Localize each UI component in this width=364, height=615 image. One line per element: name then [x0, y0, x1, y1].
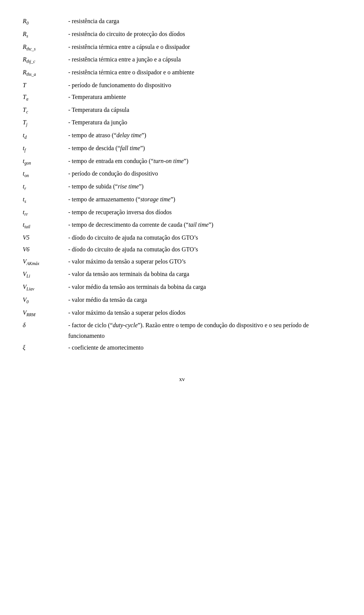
table-row: ton- período de condução do dispositivo — [23, 168, 341, 180]
description-cell: - valor máximo da tensão a superar pelos… — [68, 256, 341, 268]
table-row: VLi- valor da tensão aos terminais da bo… — [23, 268, 341, 281]
description-cell: - tempo de armazenamento (“storage time”… — [68, 193, 341, 206]
symbol-cell: VLiav — [23, 281, 68, 294]
page-number: xv — [23, 376, 341, 383]
symbol-cell: Ta — [23, 91, 68, 104]
table-row: tgon- tempo de entrada em condução (“tur… — [23, 155, 341, 168]
symbol-cell: V0 — [23, 294, 68, 307]
description-cell: - tempo de recuperação inversa dos díodo… — [68, 206, 341, 219]
description-cell: - período de funcionamento do dispositiv… — [68, 79, 341, 91]
table-row: ts- tempo de armazenamento (“storage tim… — [23, 193, 341, 206]
symbol-cell: T — [23, 79, 68, 91]
symbol-cell: R0 — [23, 15, 68, 28]
description-cell: - tempo de subida (“rise time”) — [68, 180, 341, 193]
description-cell: - resistência do circuito de protecção d… — [68, 28, 341, 41]
table-row: V6- díodo do circuito de ajuda na comuta… — [23, 243, 341, 255]
table-row: Tc- Temperatura da cápsula — [23, 104, 341, 117]
table-row: tf- tempo de descida (“fall time”) — [23, 142, 341, 155]
symbol-cell: trr — [23, 206, 68, 219]
symbol-cell: td — [23, 129, 68, 142]
symbol-cell: ttail — [23, 219, 68, 232]
table-row: T- período de funcionamento do dispositi… — [23, 79, 341, 91]
symbol-cell: Rthj_c — [23, 53, 68, 66]
symbol-cell: tf — [23, 142, 68, 155]
table-row: Tj- Temperatura da junção — [23, 116, 341, 129]
table-row: ξ- coeficiente de amortecimento — [23, 342, 341, 353]
table-row: Rthc_s- resistência térmica entre a cáps… — [23, 41, 341, 54]
table-row: V0- valor médio da tensão da carga — [23, 294, 341, 307]
description-cell: - Temperatura ambiente — [68, 91, 341, 104]
table-row: Ta- Temperatura ambiente — [23, 91, 341, 104]
symbol-cell: ton — [23, 168, 68, 180]
description-cell: - tempo de decrescimento da corrente de … — [68, 219, 341, 232]
symbol-cell: VLi — [23, 268, 68, 281]
symbol-cell: Tc — [23, 104, 68, 117]
symbol-cell: tgon — [23, 155, 68, 168]
symbol-table: R0- resistência da cargaRs- resistência … — [23, 15, 341, 353]
table-row: Rthj_c- resistência térmica entre a junç… — [23, 53, 341, 66]
table-row: Rths_a- resistência térmica entre o diss… — [23, 66, 341, 79]
description-cell: - factor de ciclo (“duty-cycle”). Razão … — [68, 319, 341, 341]
symbol-cell: ξ — [23, 342, 68, 353]
table-row: tr- tempo de subida (“rise time”) — [23, 180, 341, 193]
symbol-cell: Rths_a — [23, 66, 68, 79]
table-row: VRRM- valor máximo da tensão a superar p… — [23, 307, 341, 320]
symbol-cell: ts — [23, 193, 68, 206]
table-row: δ- factor de ciclo (“duty-cycle”). Razão… — [23, 319, 341, 341]
description-cell: - tempo de atraso (“delay time”) — [68, 129, 341, 142]
description-cell: - período de condução do dispositivo — [68, 168, 341, 180]
description-cell: - tempo de descida (“fall time”) — [68, 142, 341, 155]
table-row: VLiav- valor médio da tensão aos termina… — [23, 281, 341, 294]
description-cell: - Temperatura da junção — [68, 116, 341, 129]
table-row: R0- resistência da carga — [23, 15, 341, 28]
description-cell: - resistência da carga — [68, 15, 341, 28]
description-cell: - resistência térmica entre a cápsula e … — [68, 41, 341, 54]
table-row: Rs- resistência do circuito de protecção… — [23, 28, 341, 41]
symbol-cell: δ — [23, 319, 68, 341]
symbol-cell: VRRM — [23, 307, 68, 320]
description-cell: - valor máximo da tensão a superar pelos… — [68, 307, 341, 320]
symbol-cell: V5 — [23, 232, 68, 243]
symbol-cell: Rs — [23, 28, 68, 41]
description-cell: - resistência térmica entre o dissipador… — [68, 66, 341, 79]
description-cell: - coeficiente de amortecimento — [68, 342, 341, 353]
description-cell: - Temperatura da cápsula — [68, 104, 341, 117]
symbol-cell: Tj — [23, 116, 68, 129]
symbol-cell: VAKmáx — [23, 256, 68, 268]
table-row: ttail- tempo de decrescimento da corrent… — [23, 219, 341, 232]
description-cell: - valor médio da tensão da carga — [68, 294, 341, 307]
description-cell: - valor médio da tensão aos terminais da… — [68, 281, 341, 294]
description-cell: - tempo de entrada em condução (“turn-on… — [68, 155, 341, 168]
table-row: VAKmáx- valor máximo da tensão a superar… — [23, 256, 341, 268]
description-cell: - valor da tensão aos terminais da bobin… — [68, 268, 341, 281]
table-row: td- tempo de atraso (“delay time”) — [23, 129, 341, 142]
description-cell: - díodo do circuito de ajuda na comutaçã… — [68, 243, 341, 255]
table-row: V5- díodo do circuito de ajuda na comuta… — [23, 232, 341, 243]
symbol-cell: tr — [23, 180, 68, 193]
description-cell: - resistência térmica entre a junção e a… — [68, 53, 341, 66]
description-cell: - díodo do circuito de ajuda na comutaçã… — [68, 232, 341, 243]
symbol-cell: V6 — [23, 243, 68, 255]
table-row: trr- tempo de recuperação inversa dos dí… — [23, 206, 341, 219]
symbol-cell: Rthc_s — [23, 41, 68, 54]
